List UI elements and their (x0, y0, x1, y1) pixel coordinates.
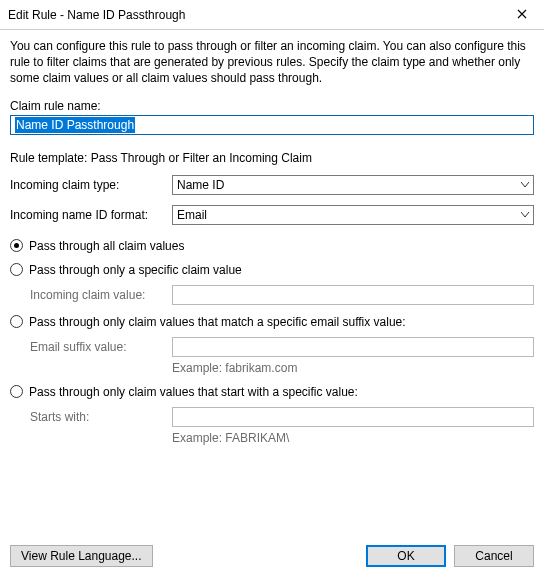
rule-template-prefix: Rule template: (10, 151, 91, 165)
radio-icon (10, 315, 23, 328)
chevron-down-icon (520, 180, 530, 190)
radio-option-suffix[interactable]: Pass through only claim values that matc… (10, 315, 534, 329)
titlebar: Edit Rule - Name ID Passthrough (0, 0, 544, 30)
incoming-type-select[interactable]: Name ID (172, 175, 534, 195)
rule-name-label: Claim rule name: (10, 99, 534, 113)
incoming-type-row: Incoming claim type: Name ID (10, 175, 534, 195)
footer: View Rule Language... OK Cancel (0, 538, 544, 584)
incoming-format-value: Email (177, 208, 207, 222)
incoming-format-select[interactable]: Email (172, 205, 534, 225)
incoming-format-row: Incoming name ID format: Email (10, 205, 534, 225)
radio-option-starts[interactable]: Pass through only claim values that star… (10, 385, 534, 399)
starts-example: Example: FABRIKAM\ (10, 431, 534, 445)
ok-button[interactable]: OK (366, 545, 446, 567)
radio-icon (10, 263, 23, 276)
suffix-value-input[interactable] (172, 337, 534, 357)
suffix-example: Example: fabrikam.com (10, 361, 534, 375)
radio-option-specific[interactable]: Pass through only a specific claim value (10, 263, 534, 277)
description-text: You can configure this rule to pass thro… (10, 38, 534, 87)
radio-icon (10, 239, 23, 252)
chevron-down-icon (520, 210, 530, 220)
incoming-format-label: Incoming name ID format: (10, 208, 172, 222)
specific-value-label: Incoming claim value: (30, 288, 172, 302)
cancel-button[interactable]: Cancel (454, 545, 534, 567)
suffix-value-row: Email suffix value: (10, 337, 534, 357)
content-area: You can configure this rule to pass thro… (0, 30, 544, 538)
incoming-type-label: Incoming claim type: (10, 178, 172, 192)
window-title: Edit Rule - Name ID Passthrough (8, 8, 185, 22)
starts-value-row: Starts with: (10, 407, 534, 427)
view-rule-language-button[interactable]: View Rule Language... (10, 545, 153, 567)
suffix-value-label: Email suffix value: (30, 340, 172, 354)
radio-label-starts: Pass through only claim values that star… (29, 385, 358, 399)
incoming-type-value: Name ID (177, 178, 224, 192)
radio-option-all[interactable]: Pass through all claim values (10, 239, 534, 253)
specific-value-input[interactable] (172, 285, 534, 305)
radio-label-suffix: Pass through only claim values that matc… (29, 315, 406, 329)
starts-value-input[interactable] (172, 407, 534, 427)
rule-template-line: Rule template: Pass Through or Filter an… (10, 151, 534, 165)
rule-template-name: Pass Through or Filter an Incoming Claim (91, 151, 312, 165)
close-button[interactable] (500, 0, 544, 30)
rule-name-input[interactable]: Name ID Passthrough (10, 115, 534, 135)
specific-value-row: Incoming claim value: (10, 285, 534, 305)
dialog-window: Edit Rule - Name ID Passthrough You can … (0, 0, 544, 584)
starts-value-label: Starts with: (30, 410, 172, 424)
close-icon (517, 8, 527, 22)
radio-group: Pass through all claim values Pass throu… (10, 239, 534, 445)
radio-label-specific: Pass through only a specific claim value (29, 263, 242, 277)
radio-label-all: Pass through all claim values (29, 239, 184, 253)
radio-icon (10, 385, 23, 398)
rule-name-value: Name ID Passthrough (15, 117, 135, 133)
